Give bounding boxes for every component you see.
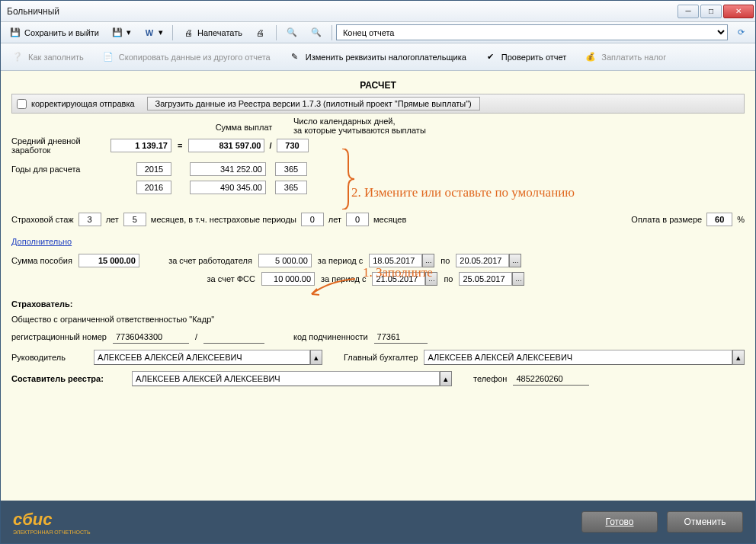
how-fill-button[interactable]: ❔ Как заполнить <box>5 46 90 68</box>
save-exit-button[interactable]: 💾 Сохранить и выйти <box>4 24 104 41</box>
pay-tax-button[interactable]: 💰 Заплатить налог <box>578 46 672 68</box>
corrective-checkbox[interactable]: корректирующая отправка <box>17 99 135 109</box>
emp-to-lbl: по <box>440 256 450 265</box>
extra-link[interactable]: Дополнительно <box>11 237 72 246</box>
pay-size-label: Оплата в размере <box>631 215 702 224</box>
staj-years-input[interactable] <box>78 213 101 226</box>
zoom-out-icon: 🔍 <box>310 27 322 39</box>
help-icon: ❔ <box>11 51 24 63</box>
print-button[interactable]: 🖨 Напечатать <box>177 24 248 41</box>
ns-years-lbl: лет <box>328 215 341 224</box>
benefit-sum-input[interactable] <box>78 254 139 267</box>
divide-sign: / <box>269 141 271 150</box>
cancel-button[interactable]: Отменить <box>667 511 743 533</box>
fss-to-input[interactable] <box>459 272 512 286</box>
staj-months-input[interactable] <box>123 213 146 226</box>
zoom-out-button[interactable]: 🔍 <box>305 24 328 41</box>
year2-input[interactable] <box>136 181 171 194</box>
annotation-1: 1. Заполните <box>363 265 433 280</box>
acc-input[interactable] <box>424 350 732 365</box>
comp-input[interactable] <box>132 371 440 386</box>
copy-data-button[interactable]: 📄 Скопировать данные из другого отчета <box>96 46 277 68</box>
fss-to-lbl: по <box>444 274 453 283</box>
money-icon: 💰 <box>585 51 597 63</box>
toolbar-primary: 💾 Сохранить и выйти 💾▾ W▾ 🖨 Напечатать 🖨… <box>1 22 755 43</box>
check-report-button[interactable]: ✔ Проверить отчет <box>479 46 573 68</box>
total-days-input[interactable] <box>277 139 309 152</box>
brace-icon <box>341 149 354 210</box>
minimize-button[interactable]: ─ <box>678 5 699 18</box>
header-sum: Сумма выплат <box>202 123 286 132</box>
emp-to-picker[interactable]: … <box>509 254 521 267</box>
copy-icon: 📄 <box>102 51 114 63</box>
ready-button[interactable]: Готово <box>581 511 658 533</box>
reg-no-input[interactable] <box>113 330 189 344</box>
load-registry-button[interactable]: Загрузить данные из Реестра версии 1.7.3… <box>147 97 480 110</box>
printer-gear-icon: 🖨 <box>255 27 267 39</box>
tel-label: телефон <box>473 374 507 383</box>
comp-dropdown[interactable]: ▴ <box>440 371 452 386</box>
emp-to-input[interactable] <box>456 254 509 267</box>
tel-input[interactable] <box>513 372 589 386</box>
refresh-icon: ⟳ <box>735 27 747 39</box>
head-label: Руководитель <box>11 353 88 362</box>
zoom-in-button[interactable]: 🔍 <box>280 24 303 41</box>
avg-label: Средний дневной заработок <box>11 136 111 155</box>
window-title: Больничный <box>7 6 678 17</box>
check-icon: ✔ <box>485 51 497 63</box>
print-settings-button[interactable]: 🖨 <box>249 24 272 41</box>
nav-select[interactable]: Конец отчета <box>336 24 728 40</box>
diskette-icon: 💾 <box>111 27 123 39</box>
comp-label: Составитель реестра: <box>11 374 126 383</box>
reg-ext-input[interactable] <box>203 330 264 344</box>
top-control-bar: корректирующая отправка Загрузить данные… <box>11 94 745 114</box>
year1-input[interactable] <box>136 162 171 176</box>
corrective-label: корректирующая отправка <box>31 99 135 108</box>
word-button[interactable]: W▾ <box>138 24 168 41</box>
change-req-button[interactable]: ✎ Изменить реквизиты налогоплательщика <box>283 46 472 68</box>
equals-sign: = <box>178 141 182 150</box>
year2-days-input[interactable] <box>275 181 307 194</box>
head-input[interactable] <box>94 350 310 365</box>
how-fill-label: Как заполнить <box>28 53 84 62</box>
fss-to-picker[interactable]: … <box>512 272 524 286</box>
change-req-label: Изменить реквизиты налогоплательщика <box>306 53 466 62</box>
corrective-checkbox-input[interactable] <box>17 99 27 109</box>
acc-dropdown[interactable]: ▴ <box>732 350 745 365</box>
sub-label: код подчиненности <box>293 332 368 341</box>
annotation-2: 2. Измените или оставьте по умолчанию <box>351 185 575 200</box>
footer: сбис ЭЛЕКТРОННАЯ ОТЧЕТНОСТЬ Готово Отмен… <box>1 501 755 543</box>
emp-label: за счет работодателя <box>146 256 252 265</box>
logo: сбис <box>13 510 53 529</box>
titlebar: Больничный ─ □ ✕ <box>1 1 755 22</box>
head-dropdown[interactable]: ▴ <box>310 350 322 365</box>
benefit-sum-label: Сумма пособия <box>11 256 72 265</box>
edit-icon: ✎ <box>289 51 301 63</box>
save-button[interactable]: 💾▾ <box>106 24 136 41</box>
acc-label: Главный бухгалтер <box>344 353 418 362</box>
emp-from-lbl: за период с <box>318 256 363 265</box>
insurer-org: Общество с ограниченной ответственностью… <box>11 315 214 324</box>
fss-label: за счет ФСС <box>149 274 255 283</box>
reg-label: регистрационный номер <box>11 332 107 341</box>
header-days: Число календарных дней, за которые учиты… <box>293 117 461 135</box>
check-report-label: Проверить отчет <box>501 53 567 62</box>
year2-sum-input[interactable] <box>190 181 266 194</box>
avg-value-input[interactable] <box>111 139 171 152</box>
close-button[interactable]: ✕ <box>723 5 754 18</box>
sub-code-input[interactable] <box>374 330 428 344</box>
maximize-button[interactable]: □ <box>700 5 722 18</box>
total-sum-input[interactable] <box>188 139 264 152</box>
pay-pct-input[interactable] <box>706 213 732 226</box>
save-exit-icon: 💾 <box>9 27 21 39</box>
staj-label: Страховой стаж <box>11 215 74 224</box>
reg-slash: / <box>195 332 197 341</box>
years-label: Годы для расчета <box>11 165 111 174</box>
ns-months-input[interactable] <box>346 213 369 226</box>
year1-days-input[interactable] <box>275 162 307 176</box>
refresh-button[interactable]: ⟳ <box>729 24 752 41</box>
emp-sum-input[interactable] <box>258 254 312 267</box>
ns-years-input[interactable] <box>301 213 324 226</box>
arrow-icon <box>306 275 359 298</box>
year1-sum-input[interactable] <box>190 162 266 176</box>
